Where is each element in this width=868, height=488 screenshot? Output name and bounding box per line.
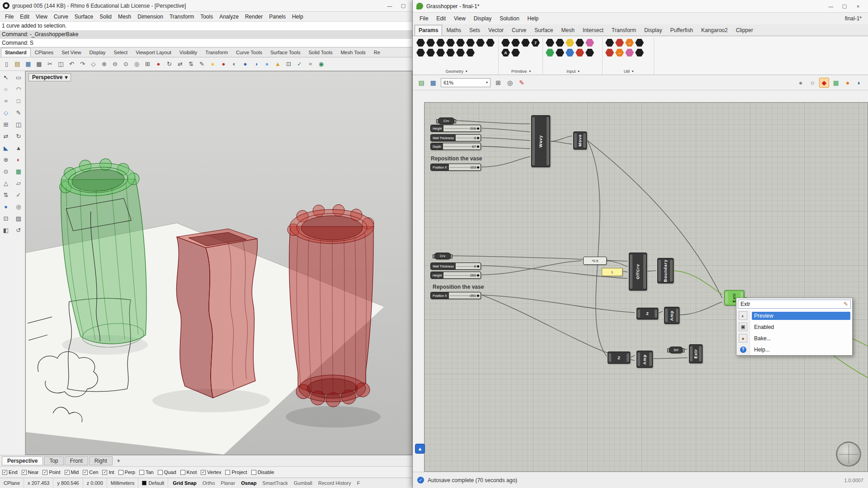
tool-icon[interactable]: ↺ xyxy=(13,225,24,236)
viewport-tab[interactable]: Front xyxy=(65,456,88,465)
tool-icon[interactable]: ◣ xyxy=(0,142,12,154)
toolbar-icon[interactable]: ◉ xyxy=(316,59,326,69)
toolbar-tab[interactable]: Display xyxy=(85,48,109,57)
menu-item[interactable]: Mesh xyxy=(115,13,134,21)
category-tab[interactable]: Clipper xyxy=(732,25,757,36)
component-move[interactable]: Move xyxy=(573,131,587,150)
chevron-down-icon[interactable]: ▾ xyxy=(578,70,580,73)
toolbar-tab[interactable]: Visibility xyxy=(175,48,202,57)
slider-position-x[interactable]: Position X -351 xyxy=(430,292,481,299)
component-icon[interactable] xyxy=(466,48,475,57)
category-tab[interactable]: Intersect xyxy=(579,25,608,36)
category-tab[interactable]: Pufferfish xyxy=(666,25,697,36)
menu-item[interactable]: Render xyxy=(242,13,266,21)
component-icon[interactable] xyxy=(511,38,520,47)
tool-icon[interactable]: ↖ xyxy=(0,72,12,83)
component-icon[interactable] xyxy=(615,38,624,47)
tool-icon[interactable]: ▱ xyxy=(13,178,24,189)
tool-icon[interactable]: △ xyxy=(0,178,12,189)
viewport-tab[interactable]: Perspective xyxy=(2,456,43,465)
status-toggle[interactable]: Gumball xyxy=(294,480,312,486)
component-offcrv[interactable]: OffCrv xyxy=(629,253,647,291)
view-toolbar-icon[interactable]: ⊞ xyxy=(493,78,503,88)
context-menu-search-input[interactable]: Extr xyxy=(738,300,851,309)
toolbar-tab[interactable]: Solid Tools xyxy=(304,48,336,57)
category-tab[interactable]: Display xyxy=(640,25,666,36)
checkbox[interactable] xyxy=(65,470,70,475)
menu-item[interactable]: File xyxy=(415,14,432,23)
units-cell[interactable]: Millimeters xyxy=(107,478,139,488)
tool-icon[interactable]: ◫ xyxy=(13,119,24,130)
preview-toolbar-icon[interactable]: ◐ xyxy=(854,78,864,88)
component-icon[interactable] xyxy=(605,48,614,57)
menu-item[interactable]: Analyze xyxy=(216,13,242,21)
toolbar-tab[interactable]: Mesh Tools xyxy=(336,48,369,57)
component-icon[interactable]: A xyxy=(501,48,510,57)
gh-canvas[interactable]: Crv Height 206 Wall Thickness 8 Depth 67… xyxy=(424,102,868,472)
category-tab[interactable]: Curve xyxy=(508,25,530,36)
toolbar-icon[interactable]: ◫ xyxy=(56,59,66,69)
component-icon[interactable] xyxy=(585,48,594,57)
component-icon[interactable] xyxy=(556,48,564,57)
menu-item[interactable]: View xyxy=(33,13,51,21)
component-amplitude[interactable]: Amp xyxy=(664,307,679,324)
viewport-label[interactable]: Perspective ▾ xyxy=(28,73,71,81)
component-icon[interactable] xyxy=(605,38,614,47)
component-icon[interactable] xyxy=(566,48,574,57)
component-icon[interactable] xyxy=(501,38,510,47)
component-icon[interactable] xyxy=(511,48,520,57)
component-icon[interactable] xyxy=(416,48,425,57)
cplane-cell[interactable]: CPlane xyxy=(0,478,24,488)
toolbar-tab[interactable]: Transform xyxy=(201,48,232,57)
file-toolbar-icon[interactable]: ▦ xyxy=(428,78,438,88)
osnap-toggle[interactable]: Near xyxy=(22,469,39,475)
viewport-tab[interactable]: Top xyxy=(44,456,63,465)
category-tab[interactable]: Sets xyxy=(465,25,484,36)
checkbox[interactable] xyxy=(225,470,230,475)
toolbar-tab[interactable]: CPlanes xyxy=(31,48,58,57)
tool-icon[interactable]: ▦ xyxy=(13,166,24,177)
tool-icon[interactable]: ⇄ xyxy=(0,131,12,142)
toolbar-icon[interactable]: ● xyxy=(208,59,218,69)
tool-icon[interactable]: ⊞ xyxy=(0,119,12,130)
toolbar-icon[interactable]: ▯ xyxy=(1,59,12,69)
chevron-down-icon[interactable]: ▾ xyxy=(529,70,531,73)
category-tab[interactable]: Params xyxy=(415,25,442,36)
component-icon[interactable] xyxy=(486,38,495,47)
component-icon[interactable] xyxy=(446,48,455,57)
toolbar-icon[interactable]: ◇ xyxy=(88,59,99,69)
osnap-toggle[interactable]: Int xyxy=(102,469,114,475)
osnap-toggle[interactable]: Disable xyxy=(251,469,274,475)
toolbar-tab[interactable]: Standard xyxy=(1,48,31,57)
command-area[interactable]: 1 curve added to selection. Command: -_G… xyxy=(0,22,412,47)
status-toggle[interactable]: Grid Snap xyxy=(173,480,197,486)
tool-icon[interactable]: ◇ xyxy=(0,107,12,118)
menu-item[interactable]: Edit xyxy=(432,14,450,23)
toolbar-tab[interactable]: Surface Tools xyxy=(266,48,304,57)
preview-toolbar-icon[interactable]: ● xyxy=(796,78,806,88)
osnap-toggle[interactable]: Perp xyxy=(118,469,135,475)
toolbar-tab[interactable]: Viewport Layout xyxy=(132,48,175,57)
checkbox[interactable] xyxy=(42,470,47,475)
toolbar-icon[interactable]: ▤ xyxy=(12,59,23,69)
tool-icon[interactable]: ✓ xyxy=(13,189,24,201)
category-tab[interactable]: Maths xyxy=(442,25,465,36)
toolbar-tab[interactable]: Select xyxy=(110,48,132,57)
slider-handle[interactable] xyxy=(477,166,479,169)
component-icon[interactable] xyxy=(576,48,584,57)
checkbox[interactable] xyxy=(139,470,144,475)
chevron-down-icon[interactable]: ▾ xyxy=(632,70,634,73)
checkbox[interactable] xyxy=(2,470,7,475)
window-button[interactable]: — xyxy=(383,1,396,10)
tool-icon[interactable]: ▲ xyxy=(13,142,24,154)
red-box-vase[interactable] xyxy=(176,229,257,398)
preview-toolbar-icon[interactable]: ◆ xyxy=(819,78,829,88)
component-extrude[interactable]: Extr xyxy=(689,344,703,363)
view-toolbar-icon[interactable]: ✎ xyxy=(517,78,527,88)
category-tab[interactable]: Mesh xyxy=(557,25,578,36)
context-menu-item[interactable]: Help... xyxy=(736,344,852,355)
osnap-toggle[interactable]: Tan xyxy=(139,469,154,475)
component-icon[interactable] xyxy=(446,38,455,47)
toolbar-icon[interactable]: ⊞ xyxy=(142,59,153,69)
new-viewport-tab-icon[interactable]: + xyxy=(113,458,124,464)
